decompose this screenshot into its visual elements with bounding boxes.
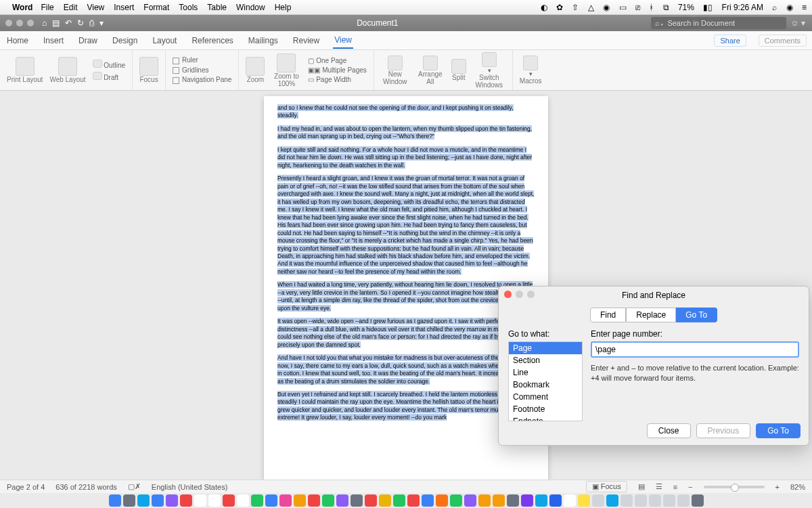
zoom-out-icon[interactable]: − — [688, 483, 692, 491]
print-icon[interactable]: ⎙ — [89, 18, 94, 28]
dock-app-icon[interactable] — [393, 494, 405, 507]
status-icon[interactable]: ◐ — [541, 3, 547, 12]
zoom-in-icon[interactable]: + — [775, 483, 780, 491]
zoom-icon[interactable] — [246, 57, 265, 76]
view-icon[interactable]: ☰ — [656, 482, 662, 491]
dock-app-icon[interactable] — [549, 494, 562, 507]
one-page-button[interactable]: ▢ One Page — [308, 57, 366, 64]
page-indicator[interactable]: Page 2 of 4 — [7, 483, 45, 491]
dock-app-icon[interactable] — [493, 494, 505, 507]
doc-paragraph[interactable]: Presently I heard a slight groan, and I … — [277, 175, 534, 275]
page-width-button[interactable]: ▭ Page Width — [308, 76, 366, 83]
dock-app-icon[interactable] — [180, 494, 192, 507]
tab-replace[interactable]: Replace — [626, 308, 676, 322]
tab-design[interactable]: Design — [111, 33, 139, 48]
dock-app-icon[interactable] — [208, 494, 221, 507]
status-icon[interactable]: ✿ — [556, 3, 563, 12]
dock-app-icon[interactable] — [166, 494, 178, 507]
siri-icon[interactable]: ◉ — [786, 3, 793, 12]
tab-layout[interactable]: Layout — [151, 33, 178, 48]
view-icon[interactable]: ≡ — [673, 483, 677, 491]
dock-app-icon[interactable] — [592, 494, 604, 507]
tab-home[interactable]: Home — [5, 33, 30, 48]
redo-icon[interactable]: ↻ — [77, 18, 84, 28]
ruler-checkbox[interactable]: Ruler — [173, 56, 231, 64]
list-item-comment[interactable]: Comment — [509, 391, 582, 403]
zoom-slider[interactable] — [704, 486, 765, 488]
outline-button[interactable]: Outline — [93, 60, 125, 69]
dock-app-icon[interactable] — [109, 494, 121, 507]
search-field[interactable]: ⌕▾Search in Document — [651, 17, 786, 29]
tab-insert[interactable]: Insert — [42, 33, 65, 48]
dock-app-icon[interactable] — [123, 494, 135, 507]
traffic-lights[interactable] — [5, 20, 34, 26]
dock-app-icon[interactable] — [322, 494, 334, 507]
dock-app-icon[interactable] — [436, 494, 448, 507]
list-item-line[interactable]: Line — [509, 366, 582, 379]
dock-app-icon[interactable] — [308, 494, 320, 507]
menu-file[interactable]: File — [41, 3, 53, 12]
menu-tools[interactable]: Tools — [179, 3, 198, 12]
dock-app-icon[interactable] — [663, 494, 675, 507]
save-icon[interactable]: ▤ — [52, 18, 60, 28]
dock-app-icon[interactable] — [251, 494, 263, 507]
doc-paragraph[interactable]: and so I knew that he could not see the … — [277, 104, 514, 119]
menu-edit[interactable]: Edit — [64, 3, 78, 12]
close-button[interactable]: Close — [647, 423, 691, 438]
dock-app-icon[interactable] — [692, 494, 704, 507]
list-item-page[interactable]: Page — [509, 342, 582, 354]
dock-app-icon[interactable] — [521, 494, 533, 507]
tab-goto[interactable]: Go To — [676, 308, 717, 322]
comments-button[interactable]: Comments — [759, 35, 807, 47]
dock-app-icon[interactable] — [407, 494, 420, 507]
bluetooth-icon[interactable]: ᚼ — [649, 3, 654, 12]
doc-paragraph[interactable]: When I had waited a long time, very pati… — [277, 281, 533, 311]
multi-pages-button[interactable]: ▣▣ Multiple Pages — [308, 66, 366, 74]
dock-app-icon[interactable] — [351, 494, 363, 507]
clock[interactable]: Fri 9:26 AM — [722, 3, 763, 12]
undo-icon[interactable]: ↶ — [65, 18, 72, 28]
word-count[interactable]: 636 of 2218 words — [55, 483, 117, 491]
tab-draw[interactable]: Draw — [77, 33, 99, 48]
status-icon[interactable]: ◉ — [603, 3, 610, 12]
new-window-icon[interactable] — [388, 56, 403, 70]
dock-app-icon[interactable] — [606, 494, 618, 507]
dock-app-icon[interactable] — [677, 494, 690, 507]
web-layout-icon[interactable] — [58, 57, 77, 76]
doc-paragraph[interactable]: And have I not told you that what you mi… — [277, 354, 531, 384]
menu-icon[interactable]: ≡ — [802, 3, 807, 12]
previous-button[interactable]: Previous — [696, 423, 751, 438]
menu-view[interactable]: View — [87, 3, 104, 12]
dock-app-icon[interactable] — [478, 494, 491, 507]
status-icon[interactable]: ⇧ — [572, 3, 579, 12]
dock-app-icon[interactable] — [365, 494, 377, 507]
dock-app-icon[interactable] — [336, 494, 348, 507]
dock-app-icon[interactable] — [152, 494, 164, 507]
home-icon[interactable]: ⌂ — [42, 18, 47, 28]
share-button[interactable]: Share — [714, 35, 746, 47]
zoom-percent[interactable]: 82% — [790, 483, 805, 491]
spotlight-icon[interactable]: ⌕ — [772, 3, 777, 12]
goto-button[interactable]: Go To — [756, 423, 800, 438]
view-icon[interactable]: ▤ — [638, 482, 645, 491]
list-item-endnote[interactable]: Endnote — [509, 415, 582, 421]
macros-icon[interactable] — [523, 56, 538, 70]
draft-button[interactable]: Draft — [93, 72, 125, 81]
focus-mode-button[interactable]: ▣ Focus — [586, 481, 627, 492]
list-item-section[interactable]: Section — [509, 354, 582, 366]
dock-app-icon[interactable] — [507, 494, 519, 507]
battery-percent[interactable]: 71% — [678, 3, 694, 12]
list-item-bookmark[interactable]: Bookmark — [509, 379, 582, 391]
dock-app-icon[interactable] — [464, 494, 476, 507]
dock-app-icon[interactable] — [564, 494, 576, 507]
dock-app-icon[interactable] — [237, 494, 249, 507]
doc-paragraph[interactable]: It was open --wide, wide open --and I gr… — [277, 318, 533, 347]
zoom100-icon[interactable] — [277, 54, 296, 72]
airplay-icon[interactable]: ⎚ — [635, 3, 640, 12]
tab-review[interactable]: Review — [292, 33, 321, 48]
go-to-what-list[interactable]: Page Section Line Bookmark Comment Footn… — [508, 341, 583, 421]
menu-window[interactable]: Window — [236, 3, 265, 12]
dock-app-icon[interactable] — [422, 494, 434, 507]
app-name[interactable]: Word — [12, 3, 32, 12]
dock-app-icon[interactable] — [223, 494, 235, 507]
